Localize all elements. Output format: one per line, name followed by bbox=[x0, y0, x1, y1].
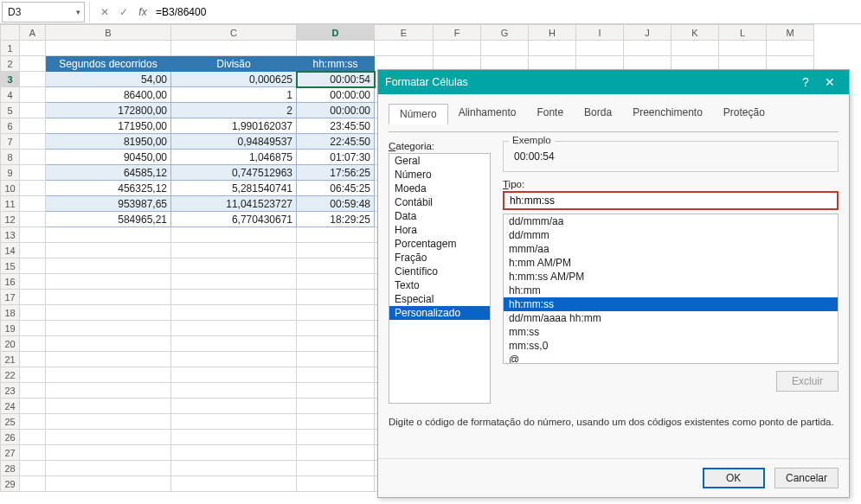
cell-B20[interactable] bbox=[46, 336, 171, 352]
cell-B16[interactable] bbox=[46, 274, 171, 290]
cell-A15[interactable] bbox=[20, 258, 46, 274]
cell-B23[interactable] bbox=[46, 383, 171, 399]
cell-A4[interactable] bbox=[20, 87, 46, 103]
cell-C11[interactable]: 11,041523727 bbox=[171, 196, 297, 212]
cell-D22[interactable] bbox=[297, 367, 375, 383]
cell-A1[interactable] bbox=[20, 41, 46, 56]
cell-C14[interactable] bbox=[171, 243, 297, 258]
row-header-2[interactable]: 2 bbox=[1, 56, 20, 72]
cell-B11[interactable]: 953987,65 bbox=[46, 196, 171, 212]
tab-proteção[interactable]: Proteção bbox=[713, 103, 775, 124]
cell-B7[interactable]: 81950,00 bbox=[46, 134, 171, 150]
row-header-20[interactable]: 20 bbox=[1, 336, 20, 352]
cell-C15[interactable] bbox=[171, 258, 297, 274]
category-item[interactable]: Científico bbox=[389, 265, 490, 278]
cell-C18[interactable] bbox=[171, 305, 297, 321]
cell-I1[interactable] bbox=[576, 41, 624, 56]
tab-preenchimento[interactable]: Preenchimento bbox=[622, 103, 713, 124]
type-item[interactable]: dd/mmm bbox=[504, 228, 838, 242]
cell-C5[interactable]: 2 bbox=[171, 103, 297, 118]
cell-C26[interactable] bbox=[171, 430, 297, 445]
confirm-formula-icon[interactable]: ✓ bbox=[114, 6, 133, 18]
cell-B2[interactable]: Segundos decorridos bbox=[46, 56, 171, 72]
tab-número[interactable]: Número bbox=[389, 104, 448, 124]
row-header-13[interactable]: 13 bbox=[1, 227, 20, 243]
delete-button[interactable]: Excluir bbox=[776, 371, 839, 392]
cell-C22[interactable] bbox=[171, 367, 297, 383]
cell-C10[interactable]: 5,281540741 bbox=[171, 181, 297, 196]
cell-B5[interactable]: 172800,00 bbox=[46, 103, 171, 118]
type-item[interactable]: mm:ss bbox=[504, 325, 838, 339]
cell-D9[interactable]: 17:56:25 bbox=[297, 165, 375, 181]
row-header-19[interactable]: 19 bbox=[1, 321, 20, 336]
cell-F1[interactable] bbox=[434, 41, 481, 56]
cell-B9[interactable]: 64585,12 bbox=[46, 165, 171, 181]
cell-B8[interactable]: 90450,00 bbox=[46, 150, 171, 165]
row-header-3[interactable]: 3 bbox=[1, 72, 20, 87]
type-input[interactable] bbox=[503, 191, 839, 210]
col-header-I[interactable]: I bbox=[576, 25, 624, 41]
cell-M1[interactable] bbox=[767, 41, 814, 56]
row-header-7[interactable]: 7 bbox=[1, 134, 20, 150]
row-header-28[interactable]: 28 bbox=[1, 461, 20, 476]
cell-A18[interactable] bbox=[20, 305, 46, 321]
type-item[interactable]: @ bbox=[504, 353, 838, 364]
row-header-5[interactable]: 5 bbox=[1, 103, 20, 118]
row-header-9[interactable]: 9 bbox=[1, 165, 20, 181]
col-header-M[interactable]: M bbox=[767, 25, 814, 41]
close-icon[interactable]: ✕ bbox=[818, 75, 842, 89]
category-item[interactable]: Moeda bbox=[389, 182, 490, 195]
cell-A16[interactable] bbox=[20, 274, 46, 290]
cell-D24[interactable] bbox=[297, 399, 375, 414]
cell-B24[interactable] bbox=[46, 399, 171, 414]
cell-A20[interactable] bbox=[20, 336, 46, 352]
row-header-23[interactable]: 23 bbox=[1, 383, 20, 399]
cell-D13[interactable] bbox=[297, 227, 375, 243]
tab-borda[interactable]: Borda bbox=[574, 103, 622, 124]
cell-D19[interactable] bbox=[297, 321, 375, 336]
category-item[interactable]: Porcentagem bbox=[389, 237, 490, 251]
cell-B22[interactable] bbox=[46, 367, 171, 383]
cell-B18[interactable] bbox=[46, 305, 171, 321]
category-item[interactable]: Data bbox=[389, 209, 490, 223]
cell-D4[interactable]: 00:00:00 bbox=[297, 87, 375, 103]
tab-fonte[interactable]: Fonte bbox=[526, 103, 574, 124]
category-item[interactable]: Texto bbox=[389, 278, 490, 292]
cell-A8[interactable] bbox=[20, 150, 46, 165]
name-box[interactable]: D3 ▾ bbox=[2, 2, 85, 22]
cell-C21[interactable] bbox=[171, 352, 297, 367]
cell-C20[interactable] bbox=[171, 336, 297, 352]
type-item[interactable]: mmm/aa bbox=[504, 242, 838, 256]
row-header-10[interactable]: 10 bbox=[1, 181, 20, 196]
cell-D20[interactable] bbox=[297, 336, 375, 352]
cell-B6[interactable]: 171950,00 bbox=[46, 118, 171, 134]
cell-D5[interactable]: 00:00:00 bbox=[297, 103, 375, 118]
cell-D27[interactable] bbox=[297, 445, 375, 461]
help-icon[interactable]: ? bbox=[794, 75, 818, 89]
cell-B15[interactable] bbox=[46, 258, 171, 274]
type-item[interactable]: hh:mm bbox=[504, 284, 838, 297]
type-item[interactable]: h:mm AM/PM bbox=[504, 256, 838, 270]
cell-D25[interactable] bbox=[297, 414, 375, 430]
col-header-F[interactable]: F bbox=[434, 25, 481, 41]
cell-D15[interactable] bbox=[297, 258, 375, 274]
cell-C16[interactable] bbox=[171, 274, 297, 290]
cell-B14[interactable] bbox=[46, 243, 171, 258]
cell-G1[interactable] bbox=[481, 41, 529, 56]
cell-H1[interactable] bbox=[529, 41, 576, 56]
cell-A3[interactable] bbox=[20, 72, 46, 87]
cell-D8[interactable]: 01:07:30 bbox=[297, 150, 375, 165]
type-item[interactable]: h:mm:ss AM/PM bbox=[504, 270, 838, 284]
cell-A11[interactable] bbox=[20, 196, 46, 212]
cell-A22[interactable] bbox=[20, 367, 46, 383]
cell-A6[interactable] bbox=[20, 118, 46, 134]
cell-B27[interactable] bbox=[46, 445, 171, 461]
cell-B17[interactable] bbox=[46, 290, 171, 305]
cell-B12[interactable]: 584965,21 bbox=[46, 212, 171, 227]
select-all-corner[interactable] bbox=[1, 25, 20, 41]
ok-button[interactable]: OK bbox=[703, 468, 765, 488]
category-item[interactable]: Personalizado bbox=[389, 306, 490, 320]
category-item[interactable]: Hora bbox=[389, 223, 490, 237]
cell-D17[interactable] bbox=[297, 290, 375, 305]
cell-C2[interactable]: Divisão bbox=[171, 56, 297, 72]
